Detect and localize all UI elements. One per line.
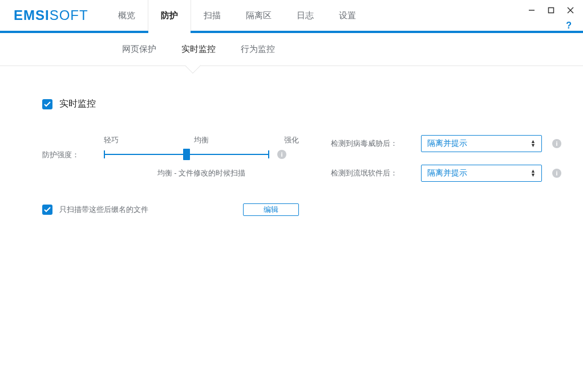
slider-block: 防护强度： 轻巧 均衡 强化 (42, 135, 299, 178)
slider-tick-2 (268, 150, 269, 158)
check-icon (44, 207, 51, 213)
nav-quarantine[interactable]: 隔离区 (233, 0, 284, 31)
nav-settings[interactable]: 设置 (326, 0, 369, 31)
slider-description: 均衡 - 文件修改的时候扫描 (104, 168, 299, 178)
protection-slider[interactable] (104, 149, 269, 160)
nav-logs[interactable]: 日志 (284, 0, 326, 31)
slider-area: 轻巧 均衡 强化 i 均衡 - 文件修改 (104, 135, 299, 178)
sub-nav: 网页保护 实时监控 行为监控 (0, 33, 583, 66)
left-column: 防护强度： 轻巧 均衡 强化 (42, 135, 299, 216)
malware-action-dropdown[interactable]: 隔离并提示 ▲▼ (421, 165, 542, 182)
malware-action-label: 检测到流氓软件后： (331, 168, 411, 178)
malware-action-value: 隔离并提示 (427, 168, 467, 178)
check-icon (44, 101, 51, 107)
scan-extensions-label: 只扫描带这些后缀名的文件 (59, 205, 236, 215)
info-icon[interactable]: i (552, 139, 561, 148)
info-icon[interactable]: i (277, 150, 286, 159)
main-nav: 概览 防护 扫描 隔离区 日志 设置 (106, 0, 369, 31)
sort-arrows-icon: ▲▼ (531, 169, 536, 177)
realtime-checkbox[interactable] (42, 99, 52, 109)
app-logo: EMSISOFT (14, 0, 106, 31)
slider-tick-0 (104, 150, 105, 158)
tick-balanced: 均衡 (194, 135, 209, 145)
nav-overview[interactable]: 概览 (106, 0, 148, 31)
subnav-behavior[interactable]: 行为监控 (228, 44, 288, 55)
scan-extensions-row: 只扫描带这些后缀名的文件 编辑 (42, 203, 299, 216)
edit-extensions-button[interactable]: 编辑 (243, 203, 299, 216)
tick-enhanced: 强化 (284, 135, 299, 145)
right-column: 检测到病毒威胁后： 隔离并提示 ▲▼ i 检测到流氓软件后： 隔离并提示 ▲▼ … (331, 135, 561, 216)
section-header: 实时监控 (42, 98, 551, 110)
virus-action-label: 检测到病毒威胁后： (331, 138, 411, 149)
slider-label: 防护强度： (42, 135, 94, 160)
virus-action-row: 检测到病毒威胁后： 隔离并提示 ▲▼ i (331, 135, 561, 152)
nav-scan[interactable]: 扫描 (191, 0, 233, 31)
info-icon[interactable]: i (552, 169, 561, 178)
tick-light: 轻巧 (104, 135, 119, 145)
slider-thumb[interactable] (183, 149, 190, 160)
sort-arrows-icon: ▲▼ (531, 140, 536, 148)
scan-extensions-checkbox[interactable] (42, 205, 52, 215)
section-title: 实时监控 (59, 98, 96, 110)
content-area: 实时监控 防护强度： 轻巧 均衡 强化 (0, 66, 583, 230)
settings-row: 防护强度： 轻巧 均衡 强化 (42, 135, 551, 216)
logo-thin: SOFT (50, 7, 88, 23)
slider-tick-labels: 轻巧 均衡 强化 (104, 135, 299, 145)
virus-action-dropdown[interactable]: 隔离并提示 ▲▼ (421, 135, 542, 152)
logo-bold: EMSI (14, 7, 50, 23)
malware-action-row: 检测到流氓软件后： 隔离并提示 ▲▼ i (331, 165, 561, 182)
nav-protection[interactable]: 防护 (148, 0, 191, 31)
slider-track-wrap: i (104, 149, 299, 160)
subnav-web-protection[interactable]: 网页保护 (110, 44, 169, 55)
virus-action-value: 隔离并提示 (427, 138, 467, 149)
header-bar: EMSISOFT 概览 防护 扫描 隔离区 日志 设置 (0, 0, 583, 33)
subnav-realtime[interactable]: 实时监控 (169, 44, 228, 55)
